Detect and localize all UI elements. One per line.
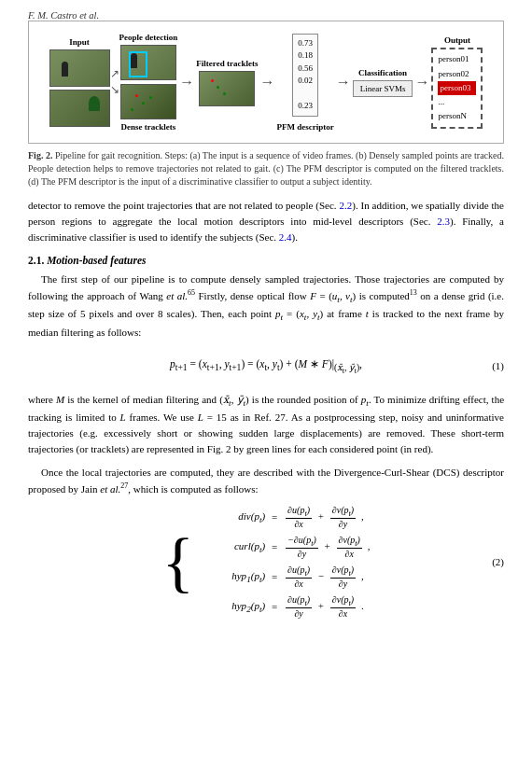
- eq2-curl-rhs: −∂u(pt)∂y + ∂v(pt)∂x ,: [284, 535, 370, 559]
- xt-bar: x̄t: [223, 394, 231, 405]
- M-kernel: M: [56, 394, 64, 405]
- eq2-rows: div(pt) = ∂u(pt)∂x + ∂v(pt)∂y , curl(pt)…: [198, 505, 370, 619]
- point-xy: xt, yt: [300, 308, 320, 319]
- detected-person: [131, 53, 137, 68]
- frac-dv-dx-2: ∂v(pt)∂x: [330, 594, 356, 619]
- eq2-row-curl: curl(pt) = −∂u(pt)∂y + ∂v(pt)∂x ,: [198, 535, 370, 559]
- frac-du-dx-2: ∂u(pt)∂x: [286, 565, 312, 589]
- section-title-text: Motion-based features: [47, 255, 146, 266]
- arrow-to-pfm: →: [259, 74, 274, 91]
- section-2-1-p3: Once the local trajectories are computed…: [28, 465, 504, 497]
- point-p: pt: [275, 308, 283, 319]
- arrow-to-output: →: [414, 74, 429, 91]
- yt-bar: ȳt: [237, 394, 246, 405]
- person03-highlight: person03: [438, 81, 476, 95]
- eq2-hyp1-rhs: ∂u(pt)∂x − ∂v(pt)∂y ,: [284, 565, 364, 589]
- people-detection-col: People detection: [119, 33, 178, 80]
- track-dot-3: [149, 96, 152, 99]
- eq1-number: (1): [492, 360, 504, 371]
- pt-ref: pt: [361, 394, 369, 405]
- pfm-descriptor-label: PFM descriptor: [276, 122, 333, 132]
- comma-curl: ,: [368, 540, 371, 551]
- authors-text: F. M. Castro et al.: [28, 10, 99, 21]
- eq2-div-eq: =: [268, 511, 281, 523]
- sec-2-3-ref: 2.3: [437, 216, 450, 227]
- eq2-div-rhs: ∂u(pt)∂x + ∂v(pt)∂y ,: [284, 505, 364, 529]
- classification-col: Classification Linear SVMs: [353, 68, 413, 97]
- plus-2: +: [325, 540, 330, 551]
- eq2-hyp2-eq: =: [268, 601, 281, 612]
- figure-2: Input ↗ ↘ People detection: [28, 21, 504, 188]
- L-frames: L: [120, 411, 126, 423]
- output-col: Output person01 person02 person03 ... pe…: [431, 35, 483, 128]
- figure-caption-text: Pipeline for gait recognition. Steps: (a…: [28, 150, 504, 187]
- eq2-div-lhs: div(pt): [198, 510, 265, 524]
- dense-tracklets-label: Dense tracklets: [121, 122, 176, 132]
- comma-hyp1: ,: [361, 570, 364, 581]
- filtered-tracklets-col: Filtered tracklets: [196, 59, 258, 106]
- intro-text: detector to remove the point trajectorie…: [28, 200, 340, 211]
- eq2-hyp1-eq: =: [268, 571, 281, 582]
- authors-line: F. M. Castro et al.: [28, 9, 504, 21]
- L-value: L: [198, 411, 203, 423]
- period-hyp2: .: [361, 600, 364, 611]
- matrix-val-1: 0.73: [298, 37, 313, 50]
- frac-dv-dy: ∂v(pt)∂y: [330, 505, 356, 529]
- figure-caption: Fig. 2. Pipeline for gait recognition. S…: [28, 149, 504, 188]
- input-frame-2: [49, 90, 110, 127]
- matrix-val-5: [298, 88, 313, 101]
- svm-label: Linear SVMs: [360, 84, 406, 93]
- person-silhouette: [62, 62, 68, 77]
- matrix-val-2: 0.18: [298, 49, 313, 63]
- eq2-row-div: div(pt) = ∂u(pt)∂x + ∂v(pt)∂y ,: [198, 505, 370, 529]
- ftrack-dot-1: [211, 79, 214, 82]
- ftrack-dot-2: [217, 86, 219, 89]
- frac-dv-dy-2: ∂v(pt)∂y: [330, 565, 356, 589]
- pfm-col: 0.73 0.18 0.56 0.02 0.23 PFM descriptor: [276, 34, 333, 132]
- figure-diagram: Input ↗ ↘ People detection: [33, 29, 499, 135]
- input-label: Input: [69, 37, 90, 47]
- ref-27: 27: [120, 481, 128, 490]
- filtered-frame: [199, 71, 255, 106]
- input-arrows: ↗ ↘: [110, 45, 119, 119]
- frac-dv-dx: ∂v(pt)∂x: [337, 535, 362, 559]
- intro-paragraph: detector to remove the point trajectorie…: [28, 198, 504, 245]
- person01: person01: [438, 54, 469, 63]
- filtered-tracklets-label: Filtered tracklets: [196, 59, 258, 68]
- matrix-val-6: 0.23: [298, 100, 313, 113]
- track-dot-1: [135, 94, 138, 97]
- left-brace: {: [162, 528, 195, 595]
- minus-1: −: [318, 570, 324, 581]
- intro-text-4: ).: [292, 231, 298, 243]
- plus-3: +: [318, 600, 324, 611]
- intro-section: detector to remove the point trajectorie…: [28, 198, 504, 619]
- section-2-1-p2: where M is the kernel of median filterin…: [28, 392, 504, 458]
- section-num: 2.1.: [28, 255, 44, 266]
- dense-tracklets-col: Dense tracklets: [119, 84, 178, 132]
- eq2-curl-lhs: curl(pt): [198, 540, 265, 554]
- matrix-val-3: 0.56: [298, 63, 313, 76]
- eq2-hyp1-lhs: hyp1(pt): [198, 570, 265, 584]
- ftrack-dot-3: [223, 92, 226, 95]
- equation-1-container: pt+1 = (xt+1, yt+1) = (xt, yt) + (M ∗ F)…: [28, 350, 504, 383]
- detection-dense-col: People detection Dense tracklets: [119, 33, 178, 132]
- input-frame-1: [49, 49, 110, 87]
- plus-1: +: [318, 510, 324, 522]
- jain-et-al: et al.: [100, 483, 120, 495]
- eq2-number: (2): [492, 556, 504, 567]
- eq2-brace-system: { div(pt) = ∂u(pt)∂x + ∂v(pt)∂y , curl(p…: [162, 505, 371, 619]
- detection-frame: [120, 45, 176, 80]
- frame-t: t: [366, 308, 369, 319]
- arrow-to-svm: →: [336, 74, 351, 91]
- ref-65: 65: [188, 288, 195, 297]
- matrix-val-4: 0.02: [298, 75, 313, 88]
- eq2-row-hyp2: hyp2(pt) = ∂u(pt)∂y + ∂v(pt)∂x .: [198, 594, 370, 619]
- comma-div: ,: [361, 510, 364, 522]
- figure-label: Fig. 2.: [28, 150, 52, 160]
- person-ellipsis: ...: [438, 97, 444, 106]
- classification-label: Classification: [358, 68, 407, 77]
- eq2-row-hyp1: hyp1(pt) = ∂u(pt)∂x − ∂v(pt)∂y ,: [198, 565, 370, 589]
- eq2-hyp2-rhs: ∂u(pt)∂y + ∂v(pt)∂x .: [284, 594, 364, 619]
- sec-2-2-ref: 2.2: [340, 200, 353, 211]
- ref-13: 13: [410, 288, 417, 297]
